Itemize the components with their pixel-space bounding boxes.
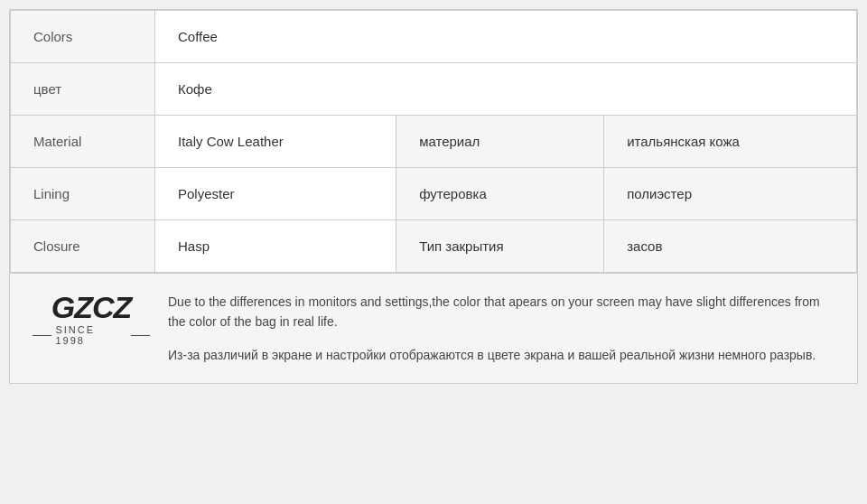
table-row: Material Italy Cow Leather материал итал… (11, 116, 857, 168)
row-label: Closure (11, 220, 155, 273)
logo-since: SINCE 1998 (33, 324, 150, 346)
row-col1: Polyester (155, 168, 396, 220)
row-col3: засов (604, 220, 857, 273)
row-col1: Italy Cow Leather (155, 116, 396, 168)
product-table: Colors Coffee цвет Кофе Material Italy C… (10, 10, 857, 273)
row-label: цвет (11, 63, 155, 116)
main-container: Colors Coffee цвет Кофе Material Italy C… (9, 9, 858, 384)
row-value: Кофе (155, 63, 857, 116)
row-label: Material (11, 116, 155, 168)
row-col2: футеровка (396, 168, 604, 220)
footer-text-en: Due to the differences in monitors and s… (168, 292, 834, 332)
footer-section: GZCZ SINCE 1998 Due to the differences i… (10, 273, 857, 383)
row-value: Coffee (155, 11, 857, 63)
footer-text-ru: Из-за различий в экране и настройки отоб… (168, 345, 834, 365)
row-col2: материал (396, 116, 604, 168)
brand-logo: GZCZ (51, 292, 132, 322)
table-row: цвет Кофе (11, 63, 857, 116)
row-col3: полиэстер (604, 168, 857, 220)
table-row: Colors Coffee (11, 11, 857, 63)
row-col1: Hasp (155, 220, 396, 273)
row-col2: Тип закрытия (396, 220, 604, 273)
row-label: Colors (11, 11, 155, 63)
table-row: Closure Hasp Тип закрытия засов (11, 220, 857, 273)
footer-text-block: Due to the differences in monitors and s… (168, 292, 834, 365)
row-col3: итальянская кожа (604, 116, 857, 168)
table-row: Lining Polyester футеровка полиэстер (11, 168, 857, 220)
logo-area: GZCZ SINCE 1998 (33, 292, 150, 346)
row-label: Lining (11, 168, 155, 220)
